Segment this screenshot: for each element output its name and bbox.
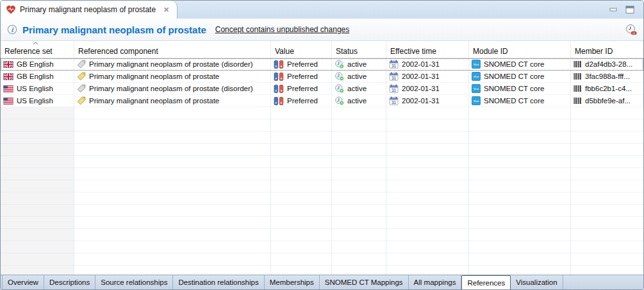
column-header-member-id[interactable]: Member ID <box>571 41 643 58</box>
table-row[interactable]: GB EnglishPrimary malignant neoplasm of … <box>1 71 643 83</box>
cell-effective-time-text: 2002-01-31 <box>402 97 440 105</box>
tab-all-mappings[interactable]: All mappings <box>409 275 462 289</box>
cell-member-id: d5bbfe9e-af... <box>571 95 643 107</box>
module-icon: Mod <box>472 60 481 69</box>
unpublished-changes-link[interactable]: Concept contains unpublished changes <box>215 25 349 34</box>
tab-memberships[interactable]: Memberships <box>265 275 320 289</box>
reference-set-column-shade <box>1 107 74 275</box>
cell-effective-time: 312002-01-31 <box>386 71 469 82</box>
reference-members-grid: Reference setReferenced componentValueSt… <box>1 41 643 275</box>
minimize-icon[interactable] <box>607 5 619 14</box>
tab-destination-relationships[interactable]: Destination relationships <box>173 275 264 289</box>
cell-effective-time-text: 2002-01-31 <box>402 60 440 68</box>
cell-module-id: ModSNOMED CT core <box>469 58 571 70</box>
description-tag-icon <box>77 84 86 93</box>
cell-member-id-text: 3fac988a-fff... <box>585 72 630 80</box>
grid-body: GB EnglishPrimary malignant neoplasm of … <box>1 58 643 107</box>
cell-reference-set-text: US English <box>17 97 53 105</box>
barcode-icon <box>574 85 582 92</box>
history-clock-icon[interactable] <box>625 24 637 35</box>
svg-text:31: 31 <box>392 100 397 105</box>
gb-flag-icon <box>3 61 13 68</box>
cell-status-text: active <box>347 85 367 92</box>
cell-member-id-text: d5bbfe9e-af... <box>585 97 631 105</box>
column-header-label: Module ID <box>473 47 508 56</box>
cell-status: active <box>332 58 386 70</box>
description-tag-icon <box>77 60 86 69</box>
cell-module-id: ModSNOMED CT core <box>469 71 571 82</box>
tab-snomed-ct-mappings[interactable]: SNOMED CT Mappings <box>320 275 409 289</box>
calendar-icon: 31 <box>389 84 399 93</box>
maximize-icon[interactable] <box>624 5 636 14</box>
cell-effective-time: 312002-01-31 <box>386 83 469 94</box>
editor-tab-title: Primary malignant neoplasm of prostate <box>20 5 156 14</box>
cell-referenced-component: Primary malignant neoplasm of prostate (… <box>74 58 271 70</box>
table-row[interactable]: GB EnglishPrimary malignant neoplasm of … <box>1 58 643 71</box>
acceptability-pins-icon <box>274 85 284 93</box>
column-separator <box>570 107 571 275</box>
calendar-icon: 31 <box>389 72 399 81</box>
cell-status-text: active <box>347 97 367 105</box>
cell-value-text: Preferred <box>287 60 318 68</box>
concept-title: Primary malignant neoplasm of prostate <box>22 24 206 35</box>
cell-value: Preferred <box>271 83 332 94</box>
cell-module-id-text: SNOMED CT core <box>484 97 544 105</box>
view-controls <box>607 1 643 19</box>
column-header-module-id[interactable]: Module ID <box>469 41 571 58</box>
tab-source-relationships[interactable]: Source relationships <box>95 275 173 289</box>
column-header-label: Member ID <box>575 47 613 56</box>
tab-overview[interactable]: Overview <box>2 275 44 289</box>
cell-member-id-text: d2af4db3-28... <box>585 60 632 68</box>
cell-value-text: Preferred <box>287 97 318 105</box>
us-flag-icon <box>3 98 13 105</box>
tab-visualization[interactable]: Visualization <box>511 275 563 289</box>
cell-referenced-component-text: Primary malignant neoplasm of prostate (… <box>89 85 253 92</box>
column-header-label: Reference set <box>4 47 53 56</box>
cell-member-id-text: fbb6c2b1-c4... <box>585 85 632 92</box>
svg-text:Mod: Mod <box>474 63 479 66</box>
us-flag-icon <box>3 85 13 92</box>
cell-module-id: ModSNOMED CT core <box>469 83 571 94</box>
table-row[interactable]: US EnglishPrimary malignant neoplasm of … <box>1 83 643 95</box>
editor-page-tabs: OverviewDescriptionsSource relationships… <box>1 275 643 289</box>
cell-value: Preferred <box>271 58 332 70</box>
svg-text:Mod: Mod <box>474 75 479 78</box>
cell-effective-time: 312002-01-31 <box>386 58 469 70</box>
close-icon[interactable]: ✕ <box>163 6 169 14</box>
active-status-icon <box>334 84 344 93</box>
column-header-effective-time[interactable]: Effective time <box>386 41 469 58</box>
editor-tab-concept[interactable]: Primary malignant neoplasm of prostate ✕ <box>1 1 178 19</box>
cell-status: active <box>332 71 386 82</box>
editor-window: Primary malignant neoplasm of prostate ✕… <box>0 0 644 290</box>
barcode-icon <box>574 60 582 68</box>
column-header-label: Status <box>336 47 358 56</box>
barcode-icon <box>574 97 582 105</box>
cell-referenced-component: Primary malignant neoplasm of prostate <box>74 95 271 107</box>
table-row[interactable]: US EnglishPrimary malignant neoplasm of … <box>1 95 643 107</box>
cell-referenced-component-text: Primary malignant neoplasm of prostate <box>89 72 219 80</box>
column-header-referenced-component[interactable]: Referenced component <box>74 41 271 58</box>
acceptability-pins-icon <box>274 97 284 105</box>
column-header-reference-set[interactable]: Reference set <box>1 41 74 58</box>
module-icon: Mod <box>472 96 481 105</box>
description-tag-icon <box>77 72 86 81</box>
svg-text:31: 31 <box>392 64 397 68</box>
cell-effective-time-text: 2002-01-31 <box>402 85 440 92</box>
svg-text:31: 31 <box>392 76 397 80</box>
cell-referenced-component: Primary malignant neoplasm of prostate <box>74 71 271 82</box>
gb-flag-icon <box>3 73 13 80</box>
column-separator <box>386 107 386 275</box>
active-status-icon <box>334 60 344 69</box>
column-header-label: Referenced component <box>78 47 158 56</box>
column-header-status[interactable]: Status <box>332 41 386 58</box>
column-separator <box>74 107 74 275</box>
cell-module-id-text: SNOMED CT core <box>484 60 544 68</box>
column-header-value[interactable]: Value <box>271 41 332 58</box>
tab-references[interactable]: References <box>461 275 511 289</box>
cell-status: active <box>332 83 386 94</box>
info-icon: i <box>7 24 17 35</box>
module-icon: Mod <box>472 84 481 93</box>
sort-ascending-icon <box>33 42 38 45</box>
column-separator <box>331 107 332 275</box>
tab-descriptions[interactable]: Descriptions <box>44 275 95 289</box>
